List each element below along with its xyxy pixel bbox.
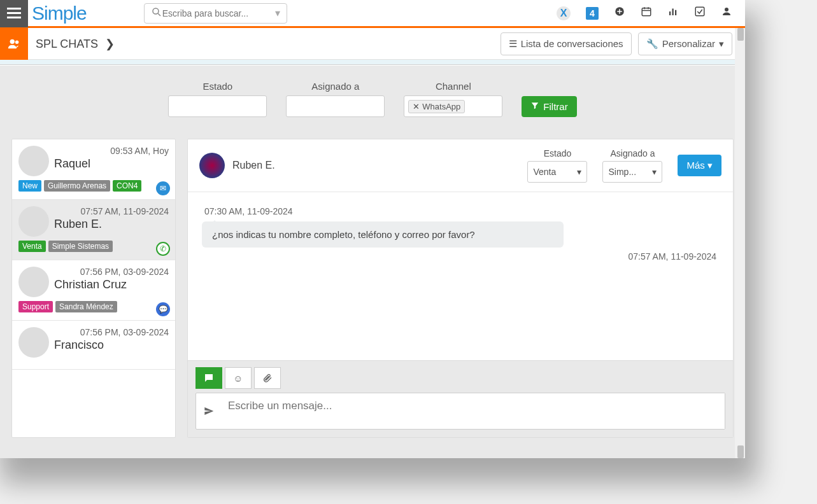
- conversation-name: Raquel: [54, 157, 169, 171]
- avatar: [18, 206, 49, 237]
- status-badge: Sandra Méndez: [55, 301, 117, 312]
- status-badge: Support: [18, 301, 53, 312]
- conversation-time: 07:56 PM, 03-09-2024: [54, 267, 169, 277]
- module-bar: SPL CHATS ❯ ☰ Lista de conversaciones 🔧 …: [0, 28, 745, 60]
- module-title[interactable]: SPL CHATS ❯: [36, 37, 115, 51]
- status-badge: CON4: [113, 180, 141, 192]
- filter-channel-label: Channel: [436, 81, 471, 92]
- svg-rect-5: [642, 8, 651, 16]
- list-icon: ☰: [509, 38, 517, 50]
- messenger-icon: ✉: [156, 181, 170, 195]
- conversation-name: Francisco: [54, 339, 169, 352]
- filter-row: Estado Asignado a Channel ✕ WhatsApp: [11, 77, 734, 126]
- conversation-list[interactable]: 09:53 AM, HoyRaquelNewGuillermo ArenasCO…: [11, 139, 176, 438]
- avatar: [18, 146, 49, 176]
- chat-header: Ruben E. Estado Venta▾ Asignado a: [188, 139, 733, 192]
- conversation-item[interactable]: 07:57 AM, 11-09-2024Ruben E.VentaSimple …: [12, 200, 175, 260]
- chat-estado-select[interactable]: Venta▾: [527, 161, 587, 183]
- conversation-time: 07:56 PM, 03-09-2024: [54, 327, 169, 337]
- avatar: [18, 267, 49, 297]
- chevron-right-icon: ❯: [105, 38, 115, 50]
- svg-rect-11: [675, 10, 676, 15]
- status-badge: New: [18, 180, 41, 192]
- compose-emoji-tab[interactable]: ☺: [225, 367, 252, 389]
- chat-asignado-label: Asignado a: [610, 148, 655, 158]
- brand-logo: Simple: [32, 3, 87, 24]
- global-search[interactable]: ▾: [144, 3, 287, 24]
- search-input[interactable]: [162, 8, 275, 18]
- channel-tag[interactable]: ✕ WhatsApp: [408, 100, 465, 113]
- more-button[interactable]: Más ▾: [678, 155, 721, 176]
- message-bubble: ¿nos indicas tu nombre completo, teléfon…: [202, 221, 564, 248]
- filter-estado-label: Estado: [202, 81, 232, 92]
- window-scrollbar[interactable]: [735, 28, 745, 458]
- chevron-down-icon[interactable]: ▾: [275, 7, 280, 19]
- chart-icon[interactable]: [667, 6, 679, 20]
- caret-down-icon: ▾: [719, 38, 724, 50]
- svg-rect-9: [669, 11, 671, 15]
- message-input[interactable]: [222, 393, 725, 429]
- send-icon[interactable]: [196, 393, 222, 429]
- calendar-icon[interactable]: [641, 6, 652, 20]
- chat-estado-label: Estado: [544, 148, 572, 158]
- filter-asignado-label: Asignado a: [311, 81, 359, 92]
- conversation-name: Ruben E.: [54, 218, 169, 231]
- conversation-name: Christian Cruz: [54, 278, 169, 291]
- svg-point-14: [10, 39, 15, 43]
- four-app-icon[interactable]: 4: [586, 7, 599, 20]
- svg-point-13: [725, 8, 728, 11]
- chat-pane: Ruben E. Estado Venta▾ Asignado a: [187, 139, 734, 438]
- svg-line-1: [158, 13, 160, 16]
- message-timestamp: 07:30 AM, 11-09-2024: [204, 206, 719, 216]
- caret-down-icon: ▾: [577, 167, 581, 177]
- message-timestamp: 07:57 AM, 11-09-2024: [204, 251, 716, 262]
- chat-icon: 💬: [156, 302, 170, 316]
- conversation-time: 07:57 AM, 11-09-2024: [54, 206, 169, 216]
- top-icon-bar: X 4: [557, 6, 745, 20]
- menu-toggle-button[interactable]: [0, 0, 28, 27]
- conversation-list-button[interactable]: ☰ Lista de conversaciones: [501, 32, 632, 55]
- content-area: Estado Asignado a Channel ✕ WhatsApp: [0, 66, 745, 458]
- plus-icon[interactable]: [614, 6, 625, 20]
- top-bar: Simple ▾ X 4: [0, 0, 745, 28]
- customize-button[interactable]: 🔧 Personalizar ▾: [638, 32, 732, 55]
- conversation-time: 09:53 AM, Hoy: [54, 146, 169, 156]
- conversation-item[interactable]: 07:56 PM, 03-09-2024Christian CruzSuppor…: [12, 260, 175, 321]
- svg-point-0: [153, 8, 159, 14]
- svg-rect-10: [672, 9, 674, 16]
- app-window: Simple ▾ X 4 SPL CHATS ❯ ☰: [0, 0, 745, 458]
- status-badge: Guillermo Arenas: [44, 180, 110, 192]
- message-list[interactable]: 07:30 AM, 11-09-2024¿nos indicas tu nomb…: [188, 192, 733, 360]
- compose-area: ☺: [188, 360, 733, 437]
- caret-down-icon: ▾: [707, 160, 713, 171]
- funnel-icon: [530, 101, 539, 112]
- compose-attach-tab[interactable]: [254, 367, 281, 389]
- users-module-icon[interactable]: [0, 28, 28, 60]
- avatar: [18, 327, 49, 358]
- conversation-item[interactable]: 07:56 PM, 03-09-2024Francisco: [12, 321, 175, 370]
- search-icon: [151, 6, 162, 20]
- svg-rect-12: [695, 7, 704, 16]
- filter-button[interactable]: Filtrar: [522, 96, 576, 117]
- conversation-item[interactable]: 09:53 AM, HoyRaquelNewGuillermo ArenasCO…: [12, 139, 175, 200]
- status-badge: Venta: [18, 241, 46, 252]
- user-icon[interactable]: [721, 6, 732, 20]
- tag-remove-icon[interactable]: ✕: [413, 102, 420, 111]
- status-badge: Simple Sistemas: [48, 241, 113, 252]
- contact-name: Ruben E.: [232, 160, 275, 171]
- whatsapp-icon: ✆: [156, 242, 170, 256]
- compose-chat-tab[interactable]: [195, 367, 222, 389]
- checkbox-icon[interactable]: [694, 6, 706, 20]
- caret-down-icon: ▾: [652, 167, 657, 177]
- wrench-icon: 🔧: [646, 38, 658, 50]
- filter-channel-input[interactable]: ✕ WhatsApp: [404, 95, 502, 117]
- contact-avatar: [199, 153, 225, 178]
- svg-point-15: [15, 40, 19, 44]
- filter-estado-input[interactable]: [168, 95, 267, 117]
- chat-asignado-select[interactable]: Simp...▾: [602, 161, 662, 183]
- filter-asignado-input[interactable]: [286, 95, 385, 117]
- x-app-icon[interactable]: X: [557, 6, 571, 20]
